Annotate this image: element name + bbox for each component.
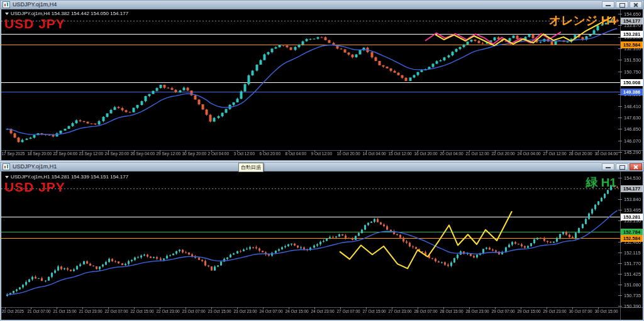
- restore-button[interactable]: [616, 1, 628, 8]
- ohlc-info-text: USDJPY.oj1m,H1 154.281 154.339 154.151 1…: [11, 174, 128, 180]
- chart-note-label-h4: オレンジ H4: [549, 14, 616, 26]
- tooltip: 自動目盛: [238, 163, 264, 172]
- window-title: USDJPY.oj1m,H4: [13, 1, 57, 9]
- minimize-button[interactable]: [602, 1, 614, 8]
- minimize-button[interactable]: [602, 163, 614, 170]
- h4-chart-canvas[interactable]: [1, 9, 643, 160]
- window-controls: [602, 163, 642, 170]
- chart-note-label-h1: 緑 H1: [586, 177, 616, 188]
- window-titlebar-h1[interactable]: USDJPY.oj1m,H1: [1, 163, 643, 171]
- ohlc-info-line-h1: USDJPY.oj1m,H1 154.281 154.339 154.151 1…: [5, 174, 128, 180]
- restore-button[interactable]: [616, 163, 628, 170]
- chart-window-icon: [3, 163, 10, 170]
- chevron-down-icon[interactable]: [5, 176, 9, 178]
- symbol-watermark-h4: USD JPY: [4, 17, 65, 30]
- symbol-watermark-h1: USD JPY: [4, 180, 65, 193]
- window-titlebar-h4[interactable]: USDJPY.oj1m,H4: [1, 1, 643, 9]
- chevron-down-icon[interactable]: [5, 13, 9, 15]
- chart-window-icon: [3, 1, 10, 8]
- mdi-workspace: { "workspace": {"background": "#c9d7e6"}…: [0, 0, 644, 321]
- window-controls: [602, 1, 642, 8]
- window-title: USDJPY.oj1m,H1: [13, 163, 57, 171]
- ohlc-info-text: USDJPY.oj1m,H4 154.382 154.442 154.050 1…: [11, 11, 128, 16]
- h1-chart-canvas[interactable]: [1, 171, 643, 320]
- close-button[interactable]: [630, 163, 642, 170]
- close-button[interactable]: [630, 1, 642, 8]
- ohlc-info-line-h4: USDJPY.oj1m,H4 154.382 154.442 154.050 1…: [5, 11, 128, 16]
